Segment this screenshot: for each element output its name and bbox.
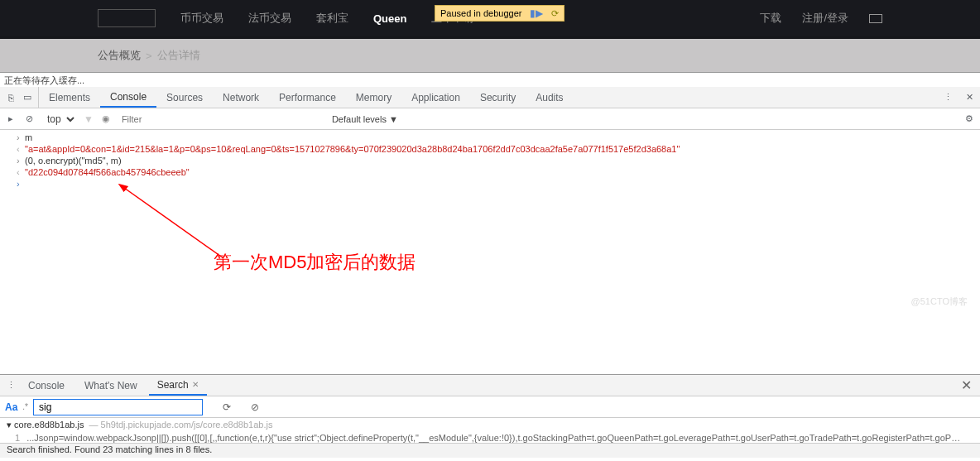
nav-register-login[interactable]: 注册/登录 (802, 11, 848, 26)
console-output: ›m ‹"a=at&appId=0&con=1&id=215&la=1&p=0&… (0, 130, 980, 374)
clear-console-icon[interactable]: ⊘ (23, 113, 35, 125)
cache-status-bar: 正在等待存入缓存... (0, 72, 980, 87)
devtools-right-icons: ⋮ ✕ (942, 87, 975, 108)
search-bar: Aa .* ⟳ ⊘ (0, 396, 980, 418)
log-levels-selector[interactable]: Default levels ▼ (332, 114, 398, 124)
console-input-line: m (25, 132, 963, 142)
header-right: 下载 注册/登录 (760, 11, 882, 26)
debug-banner-text: Paused in debugger (440, 8, 521, 18)
console-sidebar-toggle-icon[interactable]: ▸ (5, 113, 17, 125)
tab-application[interactable]: Application (401, 87, 470, 108)
close-devtools-icon[interactable]: ✕ (963, 92, 975, 103)
tab-network[interactable]: Network (213, 87, 269, 108)
debugger-paused-banner: Paused in debugger ▮▶ ⟳ (435, 5, 564, 22)
tab-performance[interactable]: Performance (269, 87, 346, 108)
execution-context-selector[interactable]: top (41, 112, 77, 127)
search-status-bar: Search finished. Found 23 matching lines… (0, 443, 980, 458)
more-icon[interactable]: ⋮ (942, 92, 954, 103)
nav-fiat[interactable]: 法币交易 (248, 11, 291, 26)
drawer-tab-console[interactable]: Console (20, 375, 73, 396)
nav-queen[interactable]: Queen (373, 12, 406, 25)
tab-sources[interactable]: Sources (156, 87, 213, 108)
devtools-left-icons: ⎘ ▭ (0, 87, 39, 108)
tab-console[interactable]: Console (100, 87, 156, 108)
nav-download[interactable]: 下载 (760, 11, 781, 26)
devtools-tabs: ⎘ ▭ Elements Console Sources Network Per… (0, 87, 980, 108)
console-input-line: (0, o.encrypt)("md5", m) (25, 156, 963, 166)
svg-line-0 (124, 188, 223, 258)
regex-toggle[interactable]: .* (22, 402, 28, 411)
site-header: Paused in debugger ▮▶ ⟳ 币币交易 法币交易 套利宝 Qu… (0, 0, 980, 36)
drawer-tab-whatsnew[interactable]: What's New (76, 375, 146, 396)
devtools-drawer: ⋮ Console What's New Search✕ ✕ Aa .* ⟳ ⊘… (0, 374, 980, 458)
logo-placeholder[interactable] (98, 9, 156, 27)
header-square-icon[interactable] (869, 14, 882, 23)
console-filter-input[interactable] (118, 113, 325, 126)
search-result-line[interactable]: 1...Jsonp=window.webpackJsonp||[]).push(… (7, 432, 973, 444)
debug-step-icon[interactable]: ⟳ (551, 8, 559, 19)
breadcrumb-root[interactable]: 公告概览 (98, 48, 141, 63)
tab-security[interactable]: Security (470, 87, 526, 108)
tab-audits[interactable]: Audits (526, 87, 573, 108)
tab-memory[interactable]: Memory (346, 87, 401, 108)
device-toggle-icon[interactable]: ▭ (22, 92, 33, 103)
breadcrumb: 公告概览 > 公告详情 (0, 36, 980, 72)
match-case-toggle[interactable]: Aa (5, 401, 17, 413)
console-toolbar: ▸ ⊘ top ▼ ◉ Default levels ▼ ⚙ (0, 108, 980, 130)
drawer-close-icon[interactable]: ✕ (961, 377, 972, 393)
drawer-tabs: ⋮ Console What's New Search✕ ✕ (0, 375, 980, 396)
inspect-element-icon[interactable]: ⎘ (5, 92, 17, 103)
live-expression-icon[interactable]: ◉ (100, 113, 112, 125)
console-output-line: "a=at&appId=0&con=1&id=215&la=1&p=0&ps=1… (25, 144, 963, 154)
clear-search-icon[interactable]: ⊘ (251, 401, 259, 413)
annotation-text: 第一次MD5加密后的数据 (214, 250, 416, 275)
close-icon[interactable]: ✕ (192, 380, 199, 389)
search-results: ▾ core.e8d8b1ab.js— 5h9tdj.pickupjade.co… (0, 418, 980, 443)
nav-spot[interactable]: 币币交易 (180, 11, 223, 26)
debug-resume-icon[interactable]: ▮▶ (530, 7, 543, 19)
watermark: @51CTO博客 (911, 295, 968, 308)
search-input[interactable] (33, 399, 203, 415)
tab-elements[interactable]: Elements (39, 87, 100, 108)
console-output-line: "d22c094d07844f566acb457946cbeeeb" (25, 167, 963, 177)
console-settings-icon[interactable]: ⚙ (963, 113, 975, 125)
nav-arbitrage[interactable]: 套利宝 (316, 11, 348, 26)
breadcrumb-separator: > (146, 50, 152, 62)
search-result-file[interactable]: ▾ core.e8d8b1ab.js— 5h9tdj.pickupjade.co… (7, 418, 973, 432)
drawer-more-icon[interactable]: ⋮ (5, 380, 17, 391)
breadcrumb-current: 公告详情 (157, 48, 200, 63)
refresh-icon[interactable]: ⟳ (223, 401, 231, 413)
drawer-tab-search[interactable]: Search✕ (149, 375, 207, 396)
